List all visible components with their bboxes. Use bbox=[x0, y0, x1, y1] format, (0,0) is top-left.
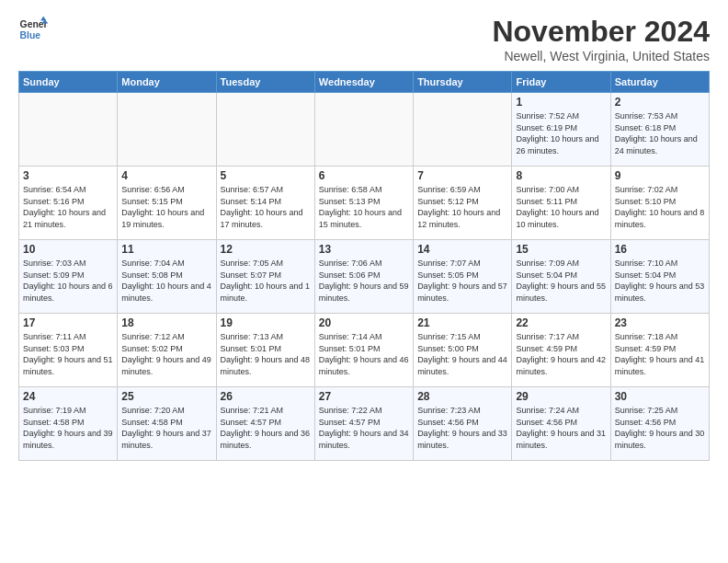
calendar-cell: 11Sunrise: 7:04 AM Sunset: 5:08 PM Dayli… bbox=[118, 240, 216, 314]
header-monday: Monday bbox=[118, 72, 216, 93]
title-block: November 2024 Newell, West Virginia, Uni… bbox=[492, 15, 710, 63]
calendar-cell: 9Sunrise: 7:02 AM Sunset: 5:10 PM Daylig… bbox=[610, 167, 709, 240]
day-number: 11 bbox=[121, 243, 211, 256]
calendar-cell bbox=[314, 93, 413, 167]
day-info: Sunrise: 7:05 AM Sunset: 5:07 PM Dayligh… bbox=[221, 258, 311, 304]
calendar: Sunday Monday Tuesday Wednesday Thursday… bbox=[18, 71, 710, 461]
svg-text:Blue: Blue bbox=[20, 30, 41, 40]
calendar-cell: 28Sunrise: 7:23 AM Sunset: 4:56 PM Dayli… bbox=[414, 387, 512, 461]
day-number: 26 bbox=[221, 390, 311, 403]
calendar-cell: 10Sunrise: 7:03 AM Sunset: 5:09 PM Dayli… bbox=[19, 240, 118, 314]
day-info: Sunrise: 6:54 AM Sunset: 5:16 PM Dayligh… bbox=[23, 184, 113, 230]
calendar-cell: 2Sunrise: 7:53 AM Sunset: 6:18 PM Daylig… bbox=[610, 93, 709, 167]
day-number: 2 bbox=[615, 96, 705, 109]
day-number: 19 bbox=[221, 316, 311, 329]
day-info: Sunrise: 7:02 AM Sunset: 5:10 PM Dayligh… bbox=[615, 184, 705, 230]
page: General Blue November 2024 Newell, West … bbox=[0, 0, 728, 563]
day-info: Sunrise: 7:03 AM Sunset: 5:09 PM Dayligh… bbox=[23, 258, 113, 304]
day-info: Sunrise: 7:52 AM Sunset: 6:19 PM Dayligh… bbox=[516, 110, 606, 156]
calendar-cell: 30Sunrise: 7:25 AM Sunset: 4:56 PM Dayli… bbox=[610, 387, 709, 461]
location: Newell, West Virginia, United States bbox=[492, 49, 710, 63]
header-sunday: Sunday bbox=[19, 72, 118, 93]
day-number: 16 bbox=[615, 243, 705, 256]
day-info: Sunrise: 7:07 AM Sunset: 5:05 PM Dayligh… bbox=[417, 258, 507, 304]
calendar-cell: 19Sunrise: 7:13 AM Sunset: 5:01 PM Dayli… bbox=[216, 314, 314, 387]
calendar-cell: 5Sunrise: 6:57 AM Sunset: 5:14 PM Daylig… bbox=[216, 167, 314, 240]
calendar-cell: 16Sunrise: 7:10 AM Sunset: 5:04 PM Dayli… bbox=[610, 240, 709, 314]
day-number: 6 bbox=[319, 169, 409, 182]
day-number: 14 bbox=[417, 243, 507, 256]
day-number: 28 bbox=[417, 390, 507, 403]
day-info: Sunrise: 6:56 AM Sunset: 5:15 PM Dayligh… bbox=[121, 184, 211, 230]
calendar-cell: 24Sunrise: 7:19 AM Sunset: 4:58 PM Dayli… bbox=[19, 387, 118, 461]
day-info: Sunrise: 7:14 AM Sunset: 5:01 PM Dayligh… bbox=[319, 331, 409, 377]
calendar-header-row: Sunday Monday Tuesday Wednesday Thursday… bbox=[19, 72, 710, 93]
day-number: 23 bbox=[615, 316, 705, 329]
day-info: Sunrise: 7:22 AM Sunset: 4:57 PM Dayligh… bbox=[319, 405, 409, 451]
day-number: 27 bbox=[319, 390, 409, 403]
day-info: Sunrise: 7:06 AM Sunset: 5:06 PM Dayligh… bbox=[319, 258, 409, 304]
calendar-cell: 15Sunrise: 7:09 AM Sunset: 5:04 PM Dayli… bbox=[512, 240, 610, 314]
day-number: 24 bbox=[23, 390, 113, 403]
calendar-cell: 6Sunrise: 6:58 AM Sunset: 5:13 PM Daylig… bbox=[314, 167, 413, 240]
day-number: 5 bbox=[221, 169, 311, 182]
calendar-cell: 8Sunrise: 7:00 AM Sunset: 5:11 PM Daylig… bbox=[512, 167, 610, 240]
day-info: Sunrise: 7:09 AM Sunset: 5:04 PM Dayligh… bbox=[516, 258, 606, 304]
calendar-cell bbox=[19, 93, 118, 167]
calendar-cell: 4Sunrise: 6:56 AM Sunset: 5:15 PM Daylig… bbox=[118, 167, 216, 240]
calendar-cell: 22Sunrise: 7:17 AM Sunset: 4:59 PM Dayli… bbox=[512, 314, 610, 387]
calendar-cell: 21Sunrise: 7:15 AM Sunset: 5:00 PM Dayli… bbox=[414, 314, 512, 387]
day-number: 8 bbox=[516, 169, 606, 182]
calendar-cell bbox=[118, 93, 216, 167]
day-number: 13 bbox=[319, 243, 409, 256]
day-info: Sunrise: 7:17 AM Sunset: 4:59 PM Dayligh… bbox=[516, 331, 606, 377]
day-number: 20 bbox=[319, 316, 409, 329]
day-info: Sunrise: 7:25 AM Sunset: 4:56 PM Dayligh… bbox=[615, 405, 705, 451]
logo-icon: General Blue bbox=[18, 15, 48, 44]
day-info: Sunrise: 7:12 AM Sunset: 5:02 PM Dayligh… bbox=[121, 331, 211, 377]
day-number: 3 bbox=[23, 169, 113, 182]
header-tuesday: Tuesday bbox=[216, 72, 314, 93]
day-info: Sunrise: 7:11 AM Sunset: 5:03 PM Dayligh… bbox=[23, 331, 113, 377]
day-number: 21 bbox=[417, 316, 507, 329]
day-number: 17 bbox=[23, 316, 113, 329]
calendar-cell: 29Sunrise: 7:24 AM Sunset: 4:56 PM Dayli… bbox=[512, 387, 610, 461]
day-info: Sunrise: 7:04 AM Sunset: 5:08 PM Dayligh… bbox=[121, 258, 211, 304]
day-number: 22 bbox=[516, 316, 606, 329]
calendar-cell bbox=[216, 93, 314, 167]
header: General Blue November 2024 Newell, West … bbox=[18, 15, 710, 63]
day-number: 29 bbox=[516, 390, 606, 403]
calendar-cell: 27Sunrise: 7:22 AM Sunset: 4:57 PM Dayli… bbox=[314, 387, 413, 461]
calendar-cell: 23Sunrise: 7:18 AM Sunset: 4:59 PM Dayli… bbox=[610, 314, 709, 387]
week-row-1: 3Sunrise: 6:54 AM Sunset: 5:16 PM Daylig… bbox=[19, 167, 710, 240]
day-info: Sunrise: 7:24 AM Sunset: 4:56 PM Dayligh… bbox=[516, 405, 606, 451]
week-row-2: 10Sunrise: 7:03 AM Sunset: 5:09 PM Dayli… bbox=[19, 240, 710, 314]
day-number: 18 bbox=[121, 316, 211, 329]
header-saturday: Saturday bbox=[610, 72, 709, 93]
calendar-cell bbox=[414, 93, 512, 167]
day-number: 25 bbox=[121, 390, 211, 403]
header-friday: Friday bbox=[512, 72, 610, 93]
day-info: Sunrise: 7:19 AM Sunset: 4:58 PM Dayligh… bbox=[23, 405, 113, 451]
week-row-3: 17Sunrise: 7:11 AM Sunset: 5:03 PM Dayli… bbox=[19, 314, 710, 387]
day-number: 30 bbox=[615, 390, 705, 403]
day-info: Sunrise: 7:18 AM Sunset: 4:59 PM Dayligh… bbox=[615, 331, 705, 377]
svg-marker-2 bbox=[40, 17, 46, 21]
day-number: 15 bbox=[516, 243, 606, 256]
day-info: Sunrise: 7:23 AM Sunset: 4:56 PM Dayligh… bbox=[417, 405, 507, 451]
day-info: Sunrise: 7:20 AM Sunset: 4:58 PM Dayligh… bbox=[121, 405, 211, 451]
day-number: 12 bbox=[221, 243, 311, 256]
day-info: Sunrise: 7:15 AM Sunset: 5:00 PM Dayligh… bbox=[417, 331, 507, 377]
day-number: 1 bbox=[516, 96, 606, 109]
calendar-cell: 13Sunrise: 7:06 AM Sunset: 5:06 PM Dayli… bbox=[314, 240, 413, 314]
day-info: Sunrise: 7:53 AM Sunset: 6:18 PM Dayligh… bbox=[615, 110, 705, 156]
day-info: Sunrise: 6:58 AM Sunset: 5:13 PM Dayligh… bbox=[319, 184, 409, 230]
month-title: November 2024 bbox=[492, 15, 710, 49]
calendar-cell: 18Sunrise: 7:12 AM Sunset: 5:02 PM Dayli… bbox=[118, 314, 216, 387]
day-info: Sunrise: 6:59 AM Sunset: 5:12 PM Dayligh… bbox=[417, 184, 507, 230]
calendar-cell: 12Sunrise: 7:05 AM Sunset: 5:07 PM Dayli… bbox=[216, 240, 314, 314]
calendar-cell: 26Sunrise: 7:21 AM Sunset: 4:57 PM Dayli… bbox=[216, 387, 314, 461]
day-info: Sunrise: 7:13 AM Sunset: 5:01 PM Dayligh… bbox=[221, 331, 311, 377]
day-number: 7 bbox=[417, 169, 507, 182]
calendar-cell: 20Sunrise: 7:14 AM Sunset: 5:01 PM Dayli… bbox=[314, 314, 413, 387]
